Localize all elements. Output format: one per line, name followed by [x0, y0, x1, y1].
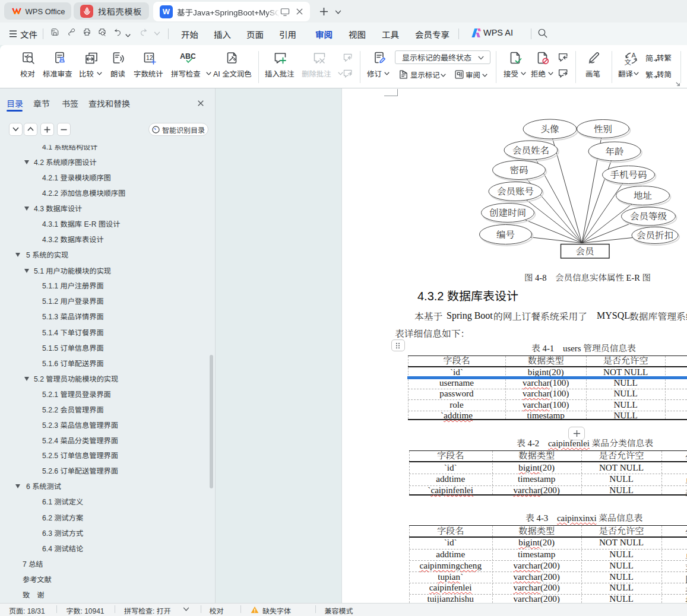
svg-text:会员等级: 会员等级 — [630, 209, 667, 222]
svg-text:会员: 会员 — [575, 244, 595, 257]
svg-text:地址: 地址 — [634, 188, 653, 201]
svg-text:文: 文 — [625, 57, 632, 65]
svg-text:手机号码: 手机号码 — [610, 167, 647, 180]
svg-text:A: A — [632, 52, 637, 59]
svg-text:会员姓名: 会员姓名 — [512, 143, 549, 156]
svg-text:ABC: ABC — [180, 52, 195, 61]
svg-text:12: 12 — [146, 54, 153, 61]
svg-text:创建时间: 创建时间 — [489, 205, 526, 218]
svg-text:会员折扣: 会员折扣 — [637, 228, 673, 241]
svg-text:会员账号: 会员账号 — [497, 184, 534, 197]
svg-text:年龄: 年龄 — [605, 144, 623, 157]
svg-text:性别: 性别 — [594, 122, 612, 135]
svg-text:密码: 密码 — [509, 163, 528, 176]
svg-text:编号: 编号 — [496, 227, 515, 240]
svg-text:头像: 头像 — [540, 122, 559, 135]
